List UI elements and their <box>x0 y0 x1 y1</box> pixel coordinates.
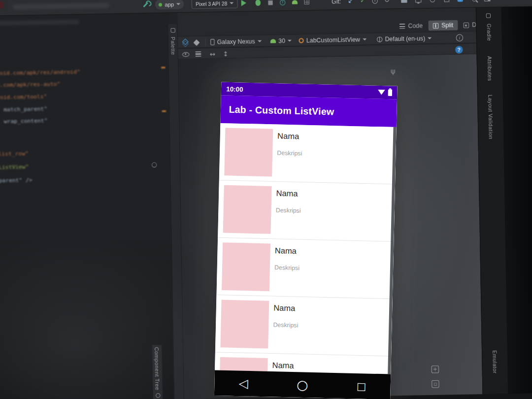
app-title: Lab - Custom ListView <box>229 104 334 118</box>
feedback-icon[interactable] <box>455 0 465 4</box>
palette-icon <box>170 28 175 33</box>
tab-code[interactable]: Code <box>395 21 428 32</box>
code-line: wrap_content" <box>4 118 48 125</box>
git-commit-icon[interactable]: ✓ <box>360 0 366 4</box>
toolwindow-toggle-icon[interactable] <box>483 0 492 3</box>
list-item[interactable]: Nama Deskripsi <box>215 295 393 356</box>
item-image <box>223 185 272 234</box>
layers-button[interactable] <box>182 38 189 47</box>
help-button[interactable]: ? <box>455 45 463 54</box>
recents-icon: □ <box>357 380 366 392</box>
theme-label: LabCustomListView <box>306 36 360 44</box>
scrollbar-marker <box>161 67 165 68</box>
list-item[interactable]: Nama Deskripsi <box>219 123 397 184</box>
component-tree-icon <box>156 393 160 398</box>
module-icon <box>159 2 162 6</box>
phone-preview[interactable]: 10:00 Lab - Custom ListView Nama <box>214 82 398 399</box>
info-button[interactable]: i <box>456 33 464 42</box>
screenshot-scene: app Pixel 3 API 28 Git: ↙ ✓ ↺ <box>0 0 532 399</box>
zoom-controls: + ▫ <box>432 366 439 388</box>
run-config-label: app <box>165 1 174 7</box>
nav-bar: ◁ ○ □ <box>214 370 391 399</box>
code-line: droid.com/apk/res/android" <box>0 68 80 76</box>
grid-icon <box>304 0 309 4</box>
component-tree-strip[interactable]: Component Tree <box>152 345 163 399</box>
git-update-icon[interactable]: ↙ <box>348 0 354 4</box>
code-editor[interactable]: droid.com/apk/res/android" id.com/apk/re… <box>0 13 176 399</box>
scrollbar-marker <box>162 110 166 112</box>
project-folder-icon[interactable] <box>399 0 409 5</box>
list-item[interactable]: Nama Deskripsi <box>216 238 394 299</box>
assistant-bot-icon[interactable] <box>428 0 437 4</box>
orientation-icon[interactable]: ↔ <box>209 50 215 58</box>
running-devices-icon[interactable] <box>414 0 423 4</box>
theme-icon <box>299 38 303 43</box>
layout-validation-label[interactable]: Layout Validation <box>488 95 495 139</box>
design-surface[interactable]: ψ 10:00 Lab - Custom ListView <box>178 54 483 399</box>
signal-icon: ψ <box>391 67 396 75</box>
blurred-tab-text <box>13 3 109 10</box>
design-pane: Code Split Design Galaxy Nexus 30 <box>177 7 482 399</box>
sdk-manager-icon[interactable] <box>442 0 451 4</box>
item-subtitle: Deskripsi <box>273 321 298 329</box>
gradle-label[interactable]: Gradle <box>486 24 493 41</box>
tab-split[interactable]: Split <box>428 20 458 31</box>
component-tree-label: Component Tree <box>154 347 161 390</box>
android-icon <box>270 39 276 43</box>
chevron-down-icon <box>363 38 366 42</box>
code-line: droid.com/tools" <box>0 93 47 100</box>
list-item[interactable]: Nama Deskripsi <box>218 180 395 241</box>
chevron-down-icon <box>176 3 180 7</box>
device-manager-button[interactable] <box>290 0 299 7</box>
layout-inspector-button[interactable] <box>302 0 311 6</box>
run-button[interactable] <box>239 0 248 8</box>
git-rollback-icon[interactable]: ↺ <box>384 0 390 3</box>
editor-fade <box>0 231 176 399</box>
profiler-button[interactable] <box>278 0 287 7</box>
emulator-label[interactable]: Emulator <box>492 350 499 374</box>
code-line: match_parent" <box>3 105 47 113</box>
split-icon <box>433 23 439 29</box>
view-options-button[interactable] <box>182 50 190 59</box>
help-icon: ? <box>455 46 463 54</box>
item-image <box>222 242 270 291</box>
run-config-select[interactable]: app <box>155 0 184 10</box>
battery-icon <box>388 89 393 96</box>
preview-device-select[interactable]: Galaxy Nexus <box>210 37 262 46</box>
chevron-down-icon <box>288 40 292 44</box>
play-icon <box>241 0 247 6</box>
zoom-fit-icon[interactable]: ▫ <box>432 380 439 388</box>
item-subtitle: Deskripsi <box>274 264 299 272</box>
wifi-icon <box>378 90 385 95</box>
variants-button[interactable] <box>196 50 201 58</box>
api-level-select[interactable]: 30 <box>270 36 292 45</box>
clear-overlays-button[interactable] <box>194 38 199 47</box>
list-icon <box>196 51 201 56</box>
app-bar: Lab - Custom ListView <box>220 95 397 127</box>
listview[interactable]: Nama Deskripsi Nama Deskripsi Nama Deskr… <box>215 123 397 374</box>
eye-icon <box>182 52 190 57</box>
code-icon <box>399 24 405 29</box>
item-subtitle: Deskripsi <box>276 206 301 214</box>
android-icon <box>292 0 297 4</box>
code-line: list_row" <box>0 150 29 157</box>
window-badge <box>0 1 3 8</box>
preview-device-label: Galaxy Nexus <box>217 38 255 46</box>
local-history-icon[interactable] <box>370 0 379 5</box>
theme-select[interactable]: LabCustomListView <box>299 35 366 45</box>
wrench-icon[interactable] <box>141 0 150 9</box>
tab-code-label: Code <box>408 22 423 30</box>
device-select[interactable]: Pixel 3 API 28 <box>192 0 238 9</box>
home-icon: ○ <box>297 377 308 393</box>
search-icon[interactable] <box>469 0 479 3</box>
debug-button[interactable] <box>253 0 263 7</box>
eraser-icon <box>193 39 200 45</box>
zoom-in-icon[interactable]: + <box>432 366 439 373</box>
stop-button[interactable] <box>266 0 275 7</box>
locale-select[interactable]: Default (en-us) <box>377 34 432 43</box>
attributes-label[interactable]: Attributes <box>487 56 493 81</box>
gauge-icon <box>279 0 285 5</box>
layers-icon <box>182 39 189 46</box>
globe-icon <box>377 36 383 42</box>
resize-icon[interactable]: ↕ <box>223 49 229 58</box>
